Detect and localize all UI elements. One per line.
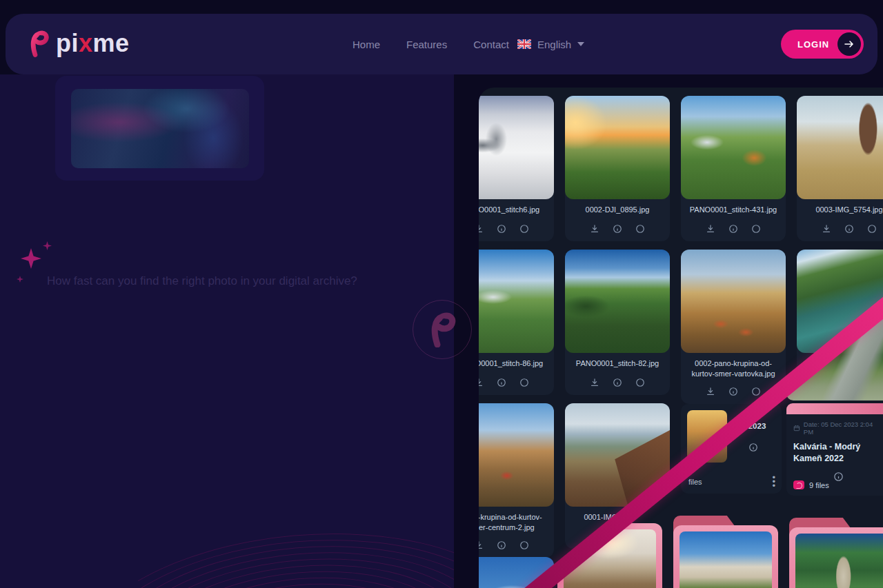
download-icon[interactable]: [590, 224, 599, 234]
info-icon[interactable]: [844, 224, 854, 234]
album-file-count: files: [688, 478, 702, 486]
info-icon[interactable]: [497, 378, 506, 387]
album-date: Date: 05 Dec 2023 2:04 PM: [804, 420, 883, 436]
brand-logo[interactable]: pixme: [29, 29, 130, 58]
uk-flag-icon: [517, 39, 531, 49]
photo-thumbnail: [479, 403, 554, 507]
arrow-right-icon: [837, 32, 861, 56]
info-icon[interactable]: [613, 224, 622, 234]
pixme-watermark-icon: [429, 312, 457, 347]
folder-photo: [679, 531, 772, 588]
select-circle-icon[interactable]: [867, 224, 877, 234]
header: pixme Home Features Contact English LOGI…: [6, 14, 877, 74]
select-circle-icon[interactable]: [519, 540, 529, 550]
folder-card[interactable]: [789, 518, 883, 588]
info-icon[interactable]: [497, 224, 506, 234]
sparkle-icon: [21, 248, 41, 269]
hero-section: How fast can you find the right photo in…: [0, 74, 454, 588]
sparkle-icon: [43, 241, 52, 250]
photo-filename: PANO0001_stitch-86.jpg: [479, 358, 546, 369]
photo-filename: PANO0001_stitch6.jpg: [479, 205, 543, 215]
main-nav: Home Features Contact: [353, 14, 509, 74]
download-icon[interactable]: [822, 224, 831, 234]
nav-contact[interactable]: Contact: [473, 39, 509, 50]
more-menu-icon[interactable]: •••: [772, 476, 775, 488]
login-button[interactable]: LOGIN: [781, 30, 864, 59]
hero-question: How fast can you find the right photo in…: [47, 274, 357, 288]
select-circle-icon[interactable]: [635, 378, 645, 387]
photo-thumbnail: [479, 96, 554, 199]
pixme-files-icon: [793, 480, 804, 489]
hero-image-card: [55, 76, 264, 181]
info-icon[interactable]: [728, 224, 738, 234]
photo-thumbnail: [479, 250, 554, 353]
wave-pattern: [138, 528, 454, 588]
select-circle-icon[interactable]: [519, 378, 529, 387]
pixme-logo-icon: [29, 30, 50, 57]
chevron-down-icon: [577, 42, 584, 46]
pixme-watermark: [411, 295, 475, 365]
info-icon[interactable]: [497, 540, 506, 550]
gallery-panel: PANO0001_stitch6.jpg 0002-DJI_0895.jpg: [479, 88, 883, 588]
photo-card[interactable]: 0002-pano-krupina-od-kurtov-smer-vartovk…: [681, 250, 786, 404]
nav-features[interactable]: Features: [406, 39, 447, 50]
select-circle-icon[interactable]: [519, 224, 529, 234]
photo-thumbnail: [565, 96, 670, 199]
nav-home[interactable]: Home: [353, 39, 380, 50]
photo-filename: 0003-IMG_5754.jpg: [812, 205, 883, 215]
page: pixme Home Features Contact English LOGI…: [0, 0, 883, 588]
photo-card[interactable]: PANO0001_stitch6.jpg: [479, 96, 554, 241]
download-icon[interactable]: [479, 540, 484, 550]
language-label: English: [537, 39, 571, 50]
photo-card[interactable]: 0002-DJI_0895.jpg: [565, 96, 670, 241]
info-icon[interactable]: [613, 378, 622, 387]
login-label: LOGIN: [781, 39, 829, 50]
photo-filename: PANO0001_stitch-431.jpg: [686, 205, 780, 215]
calendar-icon: [793, 425, 800, 432]
photo-thumbnail: [681, 96, 786, 199]
select-circle-icon[interactable]: [751, 224, 761, 234]
album-file-count: 9 files: [809, 481, 829, 489]
download-icon[interactable]: [479, 224, 484, 234]
album-title: Kalvária - Modrý Kameň 2022: [793, 441, 883, 465]
info-icon[interactable]: [728, 387, 738, 396]
photo-card[interactable]: PANO0001_stitch-82.jpg: [565, 250, 670, 395]
folder-photo: [795, 534, 883, 588]
photo-filename: 0002-pano-krupina-od-kurtov-smer-vartovk…: [681, 358, 786, 379]
info-icon[interactable]: [748, 443, 758, 455]
language-selector[interactable]: English: [517, 14, 584, 74]
photo-card[interactable]: PANO0001_stitch-431.jpg: [681, 96, 786, 241]
folder-card[interactable]: [673, 516, 778, 588]
photo-filename: 0002-DJI_0895.jpg: [582, 205, 653, 215]
hero-image: [71, 89, 249, 168]
sparkle-icon: [17, 276, 23, 283]
download-icon[interactable]: [706, 387, 715, 396]
photo-thumbnail: [681, 250, 786, 353]
select-circle-icon[interactable]: [751, 387, 761, 396]
photo-thumbnail: [797, 96, 883, 199]
photo-filename: PANO0001_stitch-82.jpg: [573, 358, 662, 369]
select-circle-icon[interactable]: [635, 224, 645, 234]
download-icon[interactable]: [590, 378, 599, 387]
download-icon[interactable]: [706, 224, 715, 234]
photo-filename: pano-krupina-od-kurtov-smer-centrum-2.jp…: [479, 512, 554, 533]
photo-card[interactable]: PANO0001_stitch-86.jpg: [479, 250, 554, 395]
photo-card[interactable]: pano-krupina-od-kurtov-smer-centrum-2.jp…: [479, 403, 554, 558]
album-folder-tab: [786, 403, 883, 414]
brand-wordmark: pixme: [56, 29, 130, 58]
download-icon[interactable]: [479, 378, 484, 387]
photo-thumbnail: [565, 250, 670, 353]
photo-card[interactable]: 0003-IMG_5754.jpg: [797, 96, 883, 241]
